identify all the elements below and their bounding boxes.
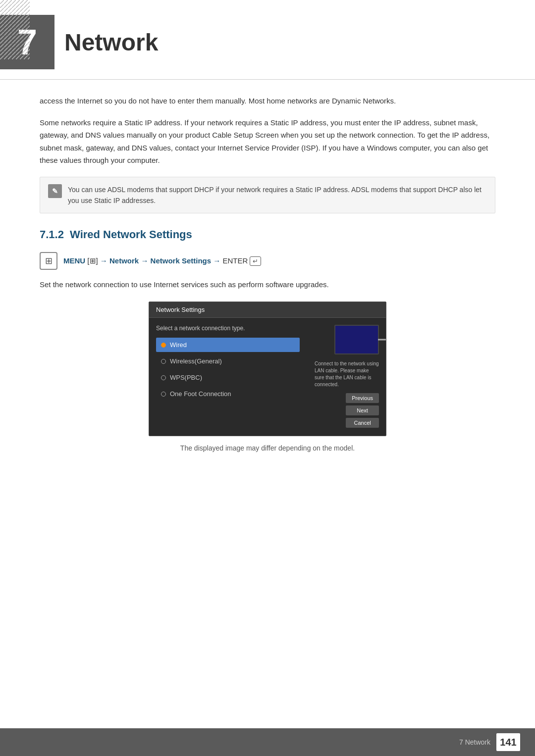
section-title: Wired Network Settings [70, 228, 192, 241]
body-para2: Some networks require a Static IP addres… [40, 116, 495, 167]
dialog-right: Connect to the network using LAN cable. … [305, 325, 379, 428]
option-label-0: Wired [170, 341, 187, 349]
section-number: 7.1.2 [40, 228, 64, 241]
connect-desc: Connect to the network using LAN cable. … [315, 360, 379, 388]
section-heading: 7.1.2 Wired Network Settings [40, 228, 495, 241]
hatch-decoration [0, 0, 30, 59]
footer-page-number: 141 [496, 733, 520, 751]
enter-icon: ↵ [250, 256, 261, 266]
menu-icon-box: ⊞ [40, 252, 57, 270]
dialog-option-2[interactable]: WPS(PBC) [156, 370, 300, 385]
dialog-left: Select a network connection type. WiredW… [156, 325, 300, 428]
radio-dot-1 [161, 359, 166, 364]
radio-dot-3 [161, 392, 166, 397]
content-area: access the Internet so you do not have t… [0, 95, 535, 452]
dialog-body: Select a network connection type. WiredW… [149, 318, 386, 436]
dialog-buttons: PreviousNextCancel [346, 393, 379, 428]
option-label-2: WPS(PBC) [170, 374, 202, 381]
dialog-btn-cancel[interactable]: Cancel [346, 418, 379, 428]
dialog-btn-next[interactable]: Next [346, 405, 379, 415]
dialog-subtitle: Select a network connection type. [156, 325, 300, 332]
network-dialog: Network Settings Select a network connec… [149, 302, 386, 436]
dialog-option-1[interactable]: Wireless(General) [156, 354, 300, 368]
footer-chapter-label: 7 Network [459, 738, 490, 746]
desc-text: Set the network connection to use Intern… [40, 279, 495, 291]
dialog-container: Network Settings Select a network connec… [40, 302, 495, 436]
note-box: ✎ You can use ADSL modems that support D… [40, 177, 495, 214]
dialog-option-0[interactable]: Wired [156, 338, 300, 352]
page-header: 7 Network [0, 0, 535, 80]
dialog-titlebar: Network Settings [149, 302, 386, 318]
option-label-1: Wireless(General) [170, 357, 222, 365]
caption-text: The displayed image may differ depending… [40, 444, 495, 452]
dialog-option-3[interactable]: One Foot Connection [156, 387, 300, 401]
option-label-3: One Foot Connection [170, 390, 231, 398]
body-para1: access the Internet so you do not have t… [40, 95, 495, 107]
tv-image [334, 325, 379, 354]
note-text: You can use ADSL modems that support DHC… [68, 184, 487, 206]
dialog-btn-previous[interactable]: Previous [346, 393, 379, 403]
radio-dot-2 [161, 375, 166, 380]
tv-cable [378, 339, 386, 341]
svg-rect-1 [0, 0, 30, 59]
menu-label: MENU [⊞] → Network → Network Settings → … [63, 256, 261, 266]
note-icon: ✎ [48, 184, 62, 198]
page-title: Network [64, 15, 158, 56]
menu-path-row: ⊞ MENU [⊞] → Network → Network Settings … [40, 252, 495, 270]
dialog-options: WiredWireless(General)WPS(PBC)One Foot C… [156, 338, 300, 401]
menu-icon: ⊞ [45, 255, 53, 266]
radio-dot-0 [161, 343, 166, 348]
page-footer: 7 Network 141 [0, 728, 535, 756]
